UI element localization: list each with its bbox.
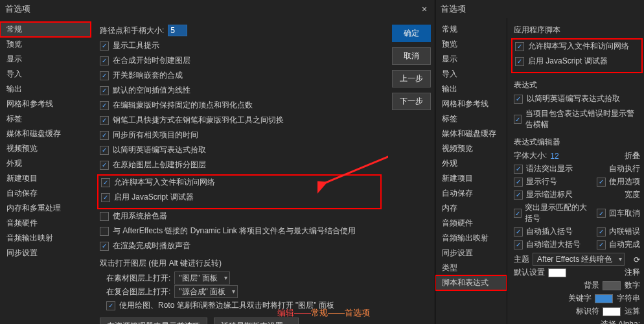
- ok-button[interactable]: 确定: [392, 25, 431, 42]
- width-label: 宽度: [625, 189, 640, 200]
- r-sidebar-item-8[interactable]: 视频预览: [435, 141, 507, 156]
- inline-err-checkbox[interactable]: [597, 227, 606, 237]
- r-sidebar-item-10[interactable]: 新建项目: [435, 171, 507, 186]
- allow-script-write-checkbox[interactable]: 允许脚本写入文件和访问网络: [101, 177, 378, 188]
- collapse-link[interactable]: 折叠: [625, 150, 640, 161]
- open-comp-label: 在复合图层上打开:: [106, 286, 170, 297]
- general-check2-0[interactable]: 使用系统拾色器: [100, 211, 379, 222]
- general-check-3[interactable]: 默认的空间插值为线性: [100, 85, 379, 96]
- sidebar-item-12[interactable]: 内存和多重处理: [0, 201, 91, 216]
- indent-ruler-label: 显示缩进标尺: [526, 189, 573, 200]
- enable-js-debugger-checkbox[interactable]: 启用 JavaScript 调试器: [101, 192, 378, 203]
- r-sidebar-item-6[interactable]: 标签: [435, 111, 507, 126]
- ident-label: 标识符: [576, 306, 599, 317]
- r-sidebar-item-14[interactable]: 音频输出映射: [435, 231, 507, 246]
- sidebar-item-1[interactable]: 预览: [0, 37, 91, 52]
- simple-english-expr-label: 以简明英语编写表达式拾取: [527, 93, 620, 104]
- sidebar-item-15[interactable]: 同步设置: [0, 246, 91, 260]
- r-sidebar-item-1[interactable]: 预览: [435, 37, 507, 52]
- line-numbers-checkbox[interactable]: [514, 178, 523, 187]
- sidebar-item-11[interactable]: 自动保存: [0, 186, 91, 201]
- r-sidebar-item-0[interactable]: 常规: [435, 22, 507, 37]
- use-sel-label: 使用选项: [609, 176, 640, 187]
- prefs-content-left: 路径点和手柄大小: 显示工具提示在合成开始时创建图层开关影响嵌套的合成默认的空间…: [91, 18, 388, 324]
- prev-button[interactable]: 上一步: [392, 70, 431, 87]
- r-allow-script-write-checkbox[interactable]: 允许脚本写入文件和访问网络: [515, 41, 639, 52]
- general-check-4[interactable]: 在编辑蒙版时保持固定的顶点和羽化点数: [100, 100, 379, 111]
- r-sidebar-item-16[interactable]: 类型: [435, 260, 507, 275]
- carret-checkbox[interactable]: [597, 209, 606, 218]
- op-label: 运算: [625, 306, 640, 317]
- sidebar-item-6[interactable]: 标签: [0, 111, 91, 126]
- string-label: 字符串: [617, 293, 640, 304]
- reveal-prefs-button[interactable]: 在资源管理器中显示首选项: [100, 318, 207, 324]
- app-script-title: 应用程序脚本: [514, 25, 640, 36]
- handle-size-label: 路径点和手柄大小:: [100, 25, 164, 36]
- handle-size-input[interactable]: [168, 25, 187, 36]
- sidebar-item-7[interactable]: 媒体和磁盘缓存: [0, 126, 91, 141]
- cancel-button[interactable]: 取消: [392, 47, 431, 65]
- prefs-content-right: 应用程序脚本 允许脚本写入文件和访问网络 启用 JavaScript 调试器 表…: [507, 18, 644, 324]
- theme-select[interactable]: After Effects 经典暗色: [533, 253, 625, 266]
- font-size-value[interactable]: 12: [550, 152, 558, 161]
- script-perms-group: 允许脚本写入文件和访问网络 启用 JavaScript 调试器: [97, 174, 382, 209]
- simple-english-expr-checkbox[interactable]: 以简明英语编写表达式拾取: [514, 93, 640, 104]
- general-check2-2[interactable]: 在渲染完成时播放声音: [100, 240, 379, 251]
- r-sidebar-item-11[interactable]: 自动保存: [435, 186, 507, 201]
- close-icon[interactable]: ×: [419, 4, 430, 14]
- r-sidebar-item-9[interactable]: 外观: [435, 156, 507, 171]
- r-sidebar-item-17[interactable]: 脚本和表达式: [435, 275, 507, 290]
- r-sidebar-item-5[interactable]: 网格和参考线: [435, 97, 507, 111]
- sidebar-item-14[interactable]: 音频输出映射: [0, 231, 91, 246]
- auto-insert-bracket-checkbox[interactable]: [514, 227, 523, 237]
- r-sidebar-item-7[interactable]: 媒体和磁盘缓存: [435, 126, 507, 141]
- expr-error-banner-checkbox[interactable]: 当项目包含表达式错误时显示警告横幅: [514, 108, 640, 130]
- sel-alpha-label: 选择 Alpha:: [601, 319, 640, 324]
- auto-indent-bracket-label: 自动缩进大括号: [526, 239, 581, 250]
- sidebar-item-3[interactable]: 导入: [0, 67, 91, 82]
- bg-swatch[interactable]: [603, 281, 621, 290]
- general-check-0[interactable]: 显示工具提示: [100, 40, 379, 51]
- expr-editor-title: 表达式编辑器: [514, 137, 640, 148]
- general-check-5[interactable]: 钢笔工具快捷方式在钢笔和蒙版羽化工具之间切换: [100, 115, 379, 126]
- autocomp-label: 自动完成: [609, 239, 640, 250]
- ident-swatch[interactable]: [603, 307, 621, 316]
- general-check-8[interactable]: 在原始图层上创建拆分图层: [100, 159, 379, 170]
- match-bracket-checkbox[interactable]: [514, 209, 522, 218]
- syntax-highlight-checkbox[interactable]: [514, 165, 523, 174]
- refresh-icon[interactable]: ⟳: [634, 255, 640, 264]
- open-footage-select[interactable]: "图层" 面板: [174, 272, 230, 284]
- sidebar-item-10[interactable]: 新建项目: [0, 171, 91, 186]
- sidebar-item-8[interactable]: 视频预览: [0, 141, 91, 156]
- keyword-swatch[interactable]: [595, 294, 613, 303]
- open-comp-select[interactable]: "源合成" 面板: [174, 285, 238, 298]
- next-button[interactable]: 下一步: [392, 93, 431, 110]
- general-check-2[interactable]: 开关影响嵌套的合成: [100, 70, 379, 81]
- sidebar-item-5[interactable]: 网格和参考线: [0, 97, 91, 111]
- r-sidebar-item-4[interactable]: 输出: [435, 82, 507, 97]
- sidebar-item-2[interactable]: 显示: [0, 52, 91, 67]
- match-bracket-label: 突出显示匹配的大括号: [525, 202, 593, 224]
- indent-ruler-checkbox[interactable]: [514, 191, 523, 200]
- sidebar-item-0[interactable]: 常规: [0, 22, 91, 37]
- general-check-6[interactable]: 同步所有相关项目的时间: [100, 130, 379, 141]
- r-sidebar-item-3[interactable]: 导入: [435, 67, 507, 82]
- r-sidebar-item-12[interactable]: 内存: [435, 201, 507, 216]
- sidebar-item-13[interactable]: 音频硬件: [0, 216, 91, 231]
- auto-indent-bracket-checkbox[interactable]: [514, 240, 523, 249]
- line-numbers-label: 显示行号: [526, 176, 557, 187]
- general-check-7[interactable]: 以简明英语编写表达式拾取: [100, 145, 379, 156]
- r-enable-js-debugger-checkbox[interactable]: 启用 JavaScript 调试器: [515, 56, 639, 67]
- sidebar-item-4[interactable]: 输出: [0, 82, 91, 97]
- expr-group-title: 表达式: [514, 80, 640, 91]
- autocomp-checkbox[interactable]: [597, 240, 606, 249]
- general-check-1[interactable]: 在合成开始时创建图层: [100, 55, 379, 66]
- r-sidebar-item-13[interactable]: 音频硬件: [435, 216, 507, 231]
- number-label: 数字: [625, 280, 640, 291]
- general-check2-1[interactable]: 与 AfterEffects 链接的 Dynamic Link 将项目文件名与最…: [100, 226, 379, 237]
- sidebar-item-9[interactable]: 外观: [0, 156, 91, 171]
- r-sidebar-item-15[interactable]: 同步设置: [435, 246, 507, 260]
- default-swatch[interactable]: [548, 268, 566, 277]
- r-sidebar-item-2[interactable]: 显示: [435, 52, 507, 67]
- use-sel-checkbox[interactable]: [597, 178, 606, 187]
